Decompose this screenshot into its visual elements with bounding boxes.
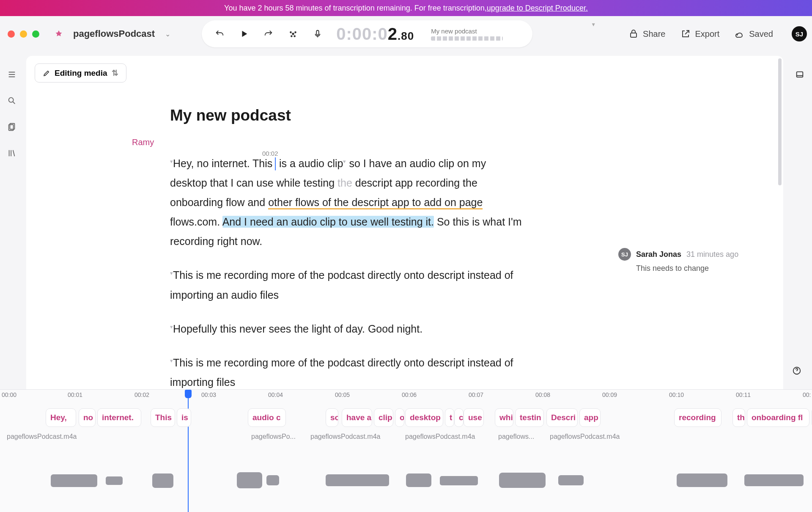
- ai-tools-icon[interactable]: [287, 28, 299, 40]
- timeline-word[interactable]: clip: [374, 408, 393, 427]
- transcript-paragraph[interactable]: ▾This is me recording more of the podcas…: [170, 351, 525, 392]
- clip-label[interactable]: pageflowsPodcast.m4a: [550, 433, 812, 440]
- svg-rect-12: [51, 474, 97, 487]
- svg-rect-10: [797, 72, 803, 77]
- timecode-frac: .80: [398, 30, 414, 43]
- timeline-word[interactable]: th: [732, 408, 745, 427]
- ruler-tick: 00:05: [335, 391, 350, 398]
- timeline-word[interactable]: Hey,: [46, 408, 76, 427]
- undo-button[interactable]: [214, 28, 225, 40]
- transcript-paragraph[interactable]: ▾This is me recording more of the podcas…: [170, 264, 525, 304]
- promo-banner: You have 2 hours 58 minutes of transcrip…: [0, 0, 812, 16]
- play-button[interactable]: [238, 28, 250, 40]
- timeline-ruler[interactable]: 00:0000:0100:0200:0300:0400:0500:0600:07…: [0, 390, 812, 401]
- struck-word: the: [337, 177, 352, 189]
- timeline-word[interactable]: no: [79, 408, 96, 427]
- zoom-window[interactable]: [32, 30, 39, 38]
- svg-rect-18: [406, 473, 431, 487]
- doc-title[interactable]: My new podcast: [170, 107, 525, 124]
- ruler-tick: 00:00: [2, 391, 16, 398]
- text-run: flows.com.: [170, 216, 222, 228]
- timeline-word[interactable]: recording: [674, 408, 721, 427]
- timeline-word[interactable]: Descri: [546, 408, 578, 427]
- timeline-word[interactable]: audio c: [248, 408, 286, 427]
- text-run: This is me recording more of the podcast…: [170, 270, 513, 301]
- svg-rect-16: [266, 475, 279, 485]
- transport-pill: 0:00:02.80 My new podcast ▼: [202, 20, 532, 47]
- svg-point-7: [9, 98, 14, 102]
- highlighted-text: And I need an audio clip to use well tes…: [222, 216, 434, 228]
- timecode-display: 0:00:02.80: [336, 25, 414, 44]
- timeline-word[interactable]: whi: [495, 408, 513, 427]
- transcript-paragraph[interactable]: ▾Hopefully this never sees the light of …: [170, 317, 525, 339]
- clip-label[interactable]: pageflowsPodcast.m4a: [310, 433, 399, 440]
- timeline-word[interactable]: testin: [515, 408, 544, 427]
- share-button[interactable]: Share: [628, 29, 665, 39]
- svg-rect-23: [744, 474, 804, 486]
- close-window[interactable]: [8, 30, 15, 38]
- app-toolbar: pageflowsPodcast ⌄ 0:00:02.80 My new pod…: [0, 16, 812, 52]
- timeline-word[interactable]: internet.: [97, 408, 141, 427]
- svg-rect-5: [316, 30, 319, 35]
- ruler-tick: 00:08: [535, 391, 550, 398]
- comment-card[interactable]: SJ Sarah Jonas 31 minutes ago This needs…: [618, 248, 754, 273]
- upgrade-link[interactable]: upgrade to Descript Producer.: [487, 4, 588, 13]
- window-controls: [5, 30, 39, 38]
- timeline-word[interactable]: have a: [342, 408, 372, 427]
- timeline-word[interactable]: use: [464, 408, 484, 427]
- timeline-word[interactable]: This: [151, 408, 175, 427]
- timeline-word[interactable]: t: [445, 408, 454, 427]
- composition-chevron-icon[interactable]: ▼: [591, 22, 596, 28]
- ruler-tick: 00:: [803, 391, 811, 398]
- timeline-word[interactable]: onboarding fl: [747, 408, 809, 427]
- transcript-paragraph[interactable]: ▾Hey, no internet. This│is a audio clip▾…: [170, 152, 525, 251]
- ruler-tick: 00:07: [469, 391, 483, 398]
- text-run: is a audio clip: [279, 157, 343, 169]
- panel-toggle-icon[interactable]: [794, 69, 806, 80]
- timeline-word[interactable]: o: [395, 408, 404, 427]
- clip-label[interactable]: pageflowsPodcast.m4a: [7, 433, 227, 440]
- saved-indicator: Saved: [735, 29, 773, 39]
- clip-label[interactable]: pageflows...: [498, 433, 545, 440]
- pages-icon[interactable]: [6, 121, 18, 133]
- composition-selector[interactable]: My new podcast: [431, 28, 503, 41]
- record-mic-icon[interactable]: [312, 28, 324, 40]
- redo-button[interactable]: [263, 28, 274, 40]
- ruler-tick: 00:01: [68, 391, 82, 398]
- timeline-word[interactable]: app: [579, 408, 601, 427]
- clip-label[interactable]: pageflowsPodcast.m4a: [405, 433, 494, 440]
- timeline-word[interactable]: so: [326, 408, 338, 427]
- export-button[interactable]: Export: [680, 29, 719, 39]
- svg-rect-19: [440, 476, 478, 485]
- share-label: Share: [643, 29, 665, 39]
- waveform-track: [0, 453, 812, 504]
- project-menu-chevron-icon[interactable]: ⌄: [165, 30, 170, 38]
- comment-author: Sarah Jonas: [636, 250, 681, 259]
- ruler-tick: 00:09: [602, 391, 617, 398]
- hamburger-icon[interactable]: [6, 69, 18, 80]
- composition-name: My new podcast: [431, 28, 503, 35]
- user-avatar[interactable]: SJ: [792, 26, 807, 41]
- help-icon[interactable]: [791, 365, 803, 377]
- speaker-label[interactable]: Ramy: [132, 138, 154, 147]
- timeline-panel: 00:0000:0100:0200:0300:0400:0500:0600:07…: [0, 389, 812, 512]
- comment-avatar: SJ: [618, 248, 631, 261]
- timeline-word[interactable]: c: [454, 408, 464, 427]
- export-label: Export: [695, 29, 719, 39]
- timeline-word[interactable]: desktop: [405, 408, 443, 427]
- right-tools: Share Export Saved SJ: [628, 26, 807, 41]
- comment-body: This needs to change: [636, 264, 754, 273]
- flagged-text: other flows of the descript app to add o…: [268, 196, 483, 209]
- library-icon[interactable]: [6, 147, 18, 159]
- timeline-word[interactable]: is: [177, 408, 191, 427]
- minimize-window[interactable]: [20, 30, 27, 38]
- banner-text: You have 2 hours 58 minutes of transcrip…: [224, 4, 487, 13]
- doc-scrollbar[interactable]: [778, 58, 782, 185]
- search-icon[interactable]: [6, 95, 18, 107]
- svg-rect-6: [631, 33, 636, 37]
- timecode-seconds: 2: [388, 25, 398, 44]
- clip-label[interactable]: pageflowsPo...: [251, 433, 305, 440]
- ruler-tick: 00:10: [669, 391, 684, 398]
- ruler-tick: 00:06: [402, 391, 417, 398]
- project-name[interactable]: pageflowsPodcast: [73, 28, 155, 39]
